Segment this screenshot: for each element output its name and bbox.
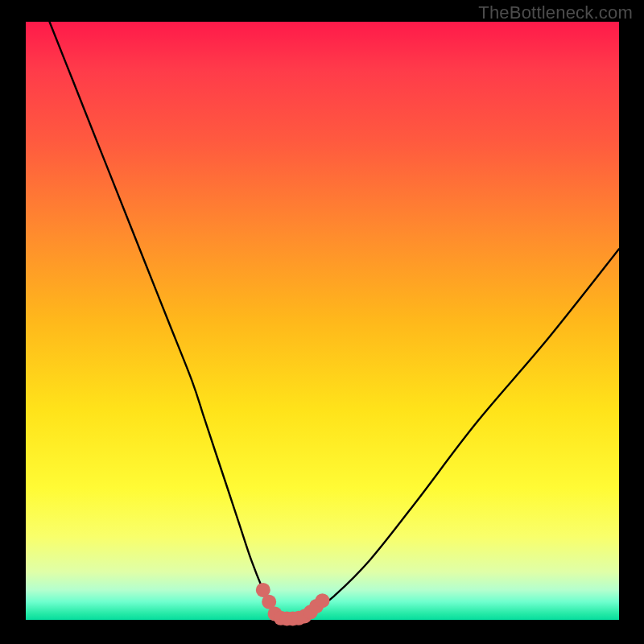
plot-background [26,22,619,620]
watermark-text: TheBottleneck.com [478,2,633,23]
chart-canvas: TheBottleneck.com [0,0,644,644]
